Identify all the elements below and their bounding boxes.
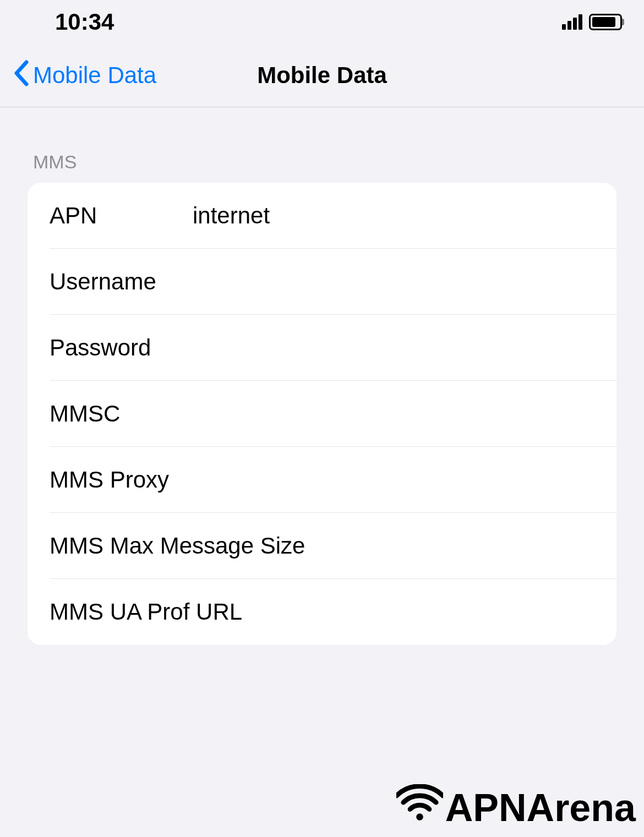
username-input[interactable] [193, 269, 616, 295]
svg-point-1 [416, 813, 423, 820]
mmsc-label: MMSC [50, 401, 193, 427]
username-label: Username [50, 269, 193, 295]
mms-ua-prof-row[interactable]: MMS UA Prof URL [50, 579, 616, 645]
mms-proxy-input[interactable] [193, 467, 616, 493]
mmsc-input[interactable] [193, 401, 616, 427]
mms-ua-prof-label: MMS UA Prof URL [50, 599, 242, 625]
mms-proxy-label: MMS Proxy [50, 467, 193, 493]
section-header-mms: MMS [0, 107, 644, 183]
chevron-left-icon [13, 60, 29, 91]
password-label: Password [50, 335, 193, 361]
mmsc-row[interactable]: MMSC [50, 381, 616, 447]
back-label: Mobile Data [33, 62, 156, 89]
status-time: 10:34 [55, 9, 114, 35]
status-bar: 10:34 [0, 0, 644, 44]
mms-max-size-label: MMS Max Message Size [50, 533, 305, 559]
navigation-bar: Mobile Data Mobile Data [0, 44, 644, 107]
wifi-icon [396, 784, 443, 831]
apn-input[interactable] [193, 203, 616, 229]
cellular-signal-icon [562, 14, 582, 30]
mms-max-size-row[interactable]: MMS Max Message Size [50, 513, 616, 579]
mms-max-size-input[interactable] [305, 533, 616, 559]
apn-label: APN [50, 203, 193, 229]
status-right [562, 14, 622, 30]
mms-ua-prof-input[interactable] [242, 599, 616, 625]
username-row[interactable]: Username [50, 249, 616, 315]
watermark-bottom: APNArena [396, 784, 636, 831]
mms-proxy-row[interactable]: MMS Proxy [50, 447, 616, 513]
mms-settings-group: APN Username Password MMSC MMS Proxy MMS… [28, 183, 616, 645]
page-title: Mobile Data [257, 62, 387, 89]
password-row[interactable]: Password [50, 315, 616, 381]
apn-row[interactable]: APN [50, 183, 616, 249]
password-input[interactable] [193, 335, 616, 361]
battery-icon [589, 14, 622, 30]
back-button[interactable]: Mobile Data [13, 60, 156, 91]
